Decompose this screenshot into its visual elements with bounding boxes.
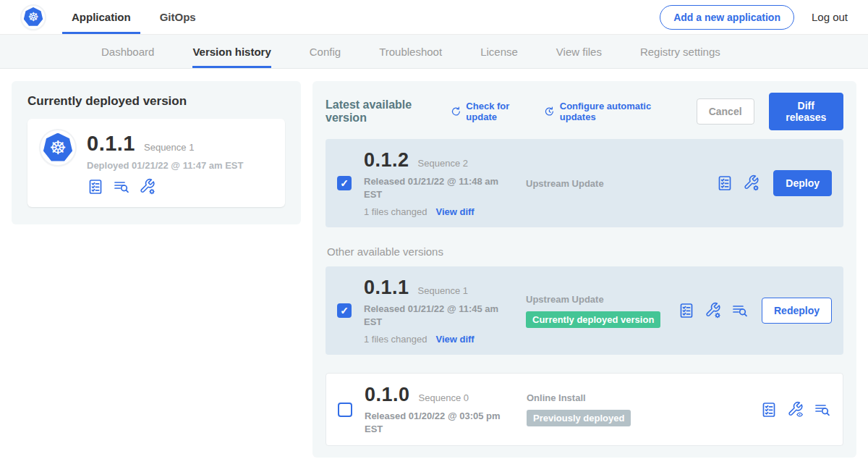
latest-version-title: Latest available version [326, 98, 435, 125]
currently-deployed-panel: Currently deployed version ☸ 0.1.1 Seque… [12, 81, 301, 224]
deployed-version-card: ☸ 0.1.1 Sequence 1 Deployed 01/21/22 @ 1… [27, 119, 285, 207]
preflight-icon[interactable] [87, 178, 104, 195]
config-view-icon[interactable] [787, 401, 804, 418]
app-logo-wrap: ☸ [22, 0, 45, 34]
row-actions [760, 401, 831, 418]
sub-nav: Dashboard Version history Config Trouble… [0, 35, 868, 69]
config-edit-icon[interactable] [705, 302, 722, 319]
files-changed-label: 1 files changed [364, 206, 427, 217]
topnav-tabs: Application GitOps [62, 0, 205, 34]
other-versions-title: Other available versions [327, 245, 843, 258]
version-number: 0.1.2 [364, 149, 409, 172]
refresh-icon [451, 105, 461, 118]
config-edit-icon[interactable] [743, 174, 760, 192]
files-changed-line: 1 files changedView diff [364, 206, 526, 217]
row-actions: Deploy [716, 170, 832, 196]
deploy-logs-icon[interactable] [731, 302, 749, 319]
view-diff-link[interactable]: View diff [435, 206, 474, 217]
sequence-label: Sequence 2 [418, 158, 468, 169]
deploy-logs-icon[interactable] [113, 178, 130, 195]
currently-deployed-title: Currently deployed version [27, 94, 285, 109]
sequence-label: Sequence 0 [419, 392, 469, 403]
source-label: Upstream Update [526, 178, 716, 189]
version-source: Online Install Previously deployed [527, 392, 760, 426]
latest-version-header: Latest available version Check for updat… [326, 93, 843, 130]
main-content: Currently deployed version ☸ 0.1.1 Seque… [0, 69, 868, 459]
version-info: 0.1.1 Sequence 1 Released 01/21/22 @ 11:… [364, 277, 526, 345]
version-history-panel: Latest available version Check for updat… [312, 81, 856, 458]
subnav-tab-config[interactable]: Config [310, 35, 341, 68]
version-row: 0.1.0 Sequence 0 Released 01/20/22 @ 03:… [326, 373, 843, 446]
deployed-version-number: 0.1.1 [87, 132, 135, 156]
version-row: 0.1.2 Sequence 2 Released 01/21/22 @ 11:… [326, 139, 843, 227]
subnav-tab-version-history[interactable]: Version history [192, 35, 271, 68]
version-info: 0.1.2 Sequence 2 Released 01/21/22 @ 11:… [364, 149, 526, 217]
diff-releases-button[interactable]: Diff releases [769, 93, 843, 130]
deployed-timestamp: Deployed 01/21/22 @ 11:47 am EST [87, 160, 243, 171]
kubernetes-logo-icon: ☸ [22, 6, 45, 29]
clock-refresh-icon [544, 105, 555, 118]
preflight-icon[interactable] [716, 174, 733, 192]
tab-application[interactable]: Application [62, 0, 140, 34]
helm-wheel-glyph: ☸ [49, 138, 66, 157]
cancel-button[interactable]: Cancel [697, 98, 754, 125]
version-checkbox[interactable] [337, 176, 352, 190]
currently-deployed-badge: Currently deployed version [526, 311, 660, 328]
subnav-tab-license[interactable]: License [480, 35, 518, 68]
deployed-version-meta: 0.1.1 Sequence 1 Deployed 01/21/22 @ 11:… [87, 130, 243, 195]
sequence-label: Sequence 1 [418, 285, 468, 296]
deploy-logs-icon[interactable] [814, 401, 831, 418]
version-source: Upstream Update [526, 178, 716, 189]
released-timestamp: Released 01/21/22 @ 11:48 am EST [364, 175, 512, 201]
version-number: 0.1.0 [365, 384, 410, 406]
version-checkbox[interactable] [338, 403, 352, 417]
subnav-tab-dashboard[interactable]: Dashboard [101, 35, 154, 68]
released-timestamp: Released 01/21/22 @ 11:45 am EST [364, 303, 512, 328]
files-changed-line: 1 files changedView diff [364, 334, 526, 345]
subnav-tab-troubleshoot[interactable]: Troubleshoot [379, 35, 442, 68]
source-label: Upstream Update [526, 294, 678, 305]
configure-updates-label: Configure automatic updates [560, 101, 668, 122]
configure-updates-link[interactable]: Configure automatic updates [544, 101, 668, 122]
deployed-icon-row [87, 178, 243, 195]
config-edit-icon[interactable] [139, 178, 156, 195]
preflight-icon[interactable] [760, 401, 778, 418]
subnav-tab-registry-settings[interactable]: Registry settings [640, 35, 720, 68]
tab-gitops[interactable]: GitOps [150, 0, 205, 34]
version-source: Upstream Update Currently deployed versi… [526, 294, 678, 328]
source-label: Online Install [527, 392, 760, 403]
app-icon: ☸ [41, 130, 75, 165]
top-nav: ☸ Application GitOps Add a new applicati… [0, 0, 868, 35]
check-for-update-label: Check for update [466, 101, 529, 122]
helm-wheel-glyph: ☸ [27, 11, 38, 23]
version-checkbox[interactable] [337, 303, 352, 318]
kubernetes-heptagon: ☸ [43, 133, 73, 163]
topnav-right: Add a new application Log out [660, 0, 868, 34]
released-timestamp: Released 01/20/22 @ 03:05 pm EST [365, 410, 513, 435]
preflight-icon[interactable] [678, 302, 695, 319]
row-actions: Redeploy [678, 298, 832, 324]
version-info: 0.1.0 Sequence 0 Released 01/20/22 @ 03:… [365, 384, 527, 435]
deploy-button[interactable]: Deploy [773, 170, 832, 196]
version-number: 0.1.1 [364, 277, 409, 299]
check-for-update-link[interactable]: Check for update [451, 101, 529, 122]
view-diff-link[interactable]: View diff [435, 334, 474, 345]
kubernetes-heptagon: ☸ [24, 7, 43, 27]
previously-deployed-badge: Previously deployed [527, 410, 631, 426]
add-application-button[interactable]: Add a new application [660, 5, 794, 30]
deployed-sequence-label: Sequence 1 [144, 142, 194, 153]
logout-link[interactable]: Log out [812, 11, 848, 23]
version-row: 0.1.1 Sequence 1 Released 01/21/22 @ 11:… [326, 266, 843, 355]
subnav-tab-view-files[interactable]: View files [556, 35, 602, 68]
redeploy-button[interactable]: Redeploy [762, 298, 832, 324]
files-changed-label: 1 files changed [364, 334, 427, 345]
